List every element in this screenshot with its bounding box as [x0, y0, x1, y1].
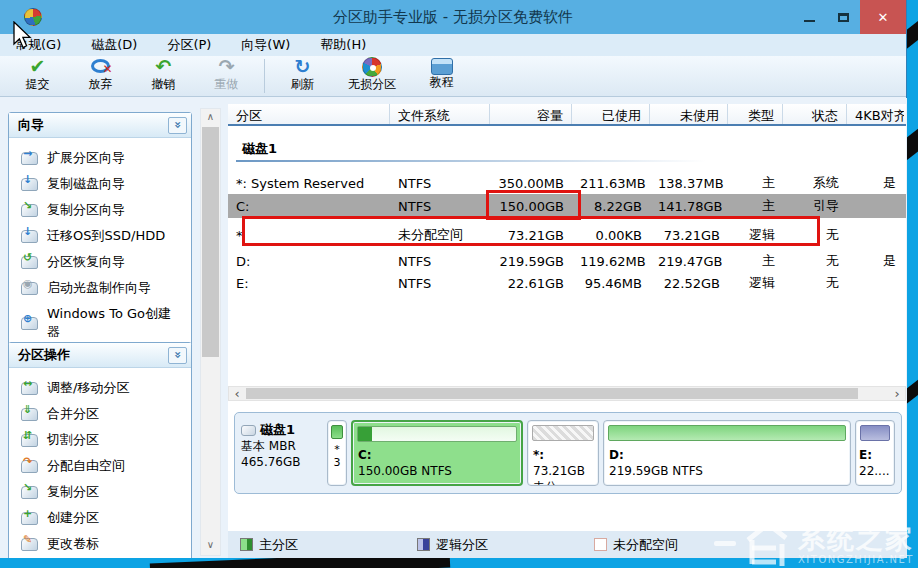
- watermark-site: XITONGZHIJIA.NET: [798, 554, 914, 565]
- partition-recovery-icon: ↺: [21, 256, 38, 269]
- sidebar-item-set-active-partition[interactable]: ✔设置活动分区: [9, 557, 191, 558]
- discard-button[interactable]: ✕ 放弃: [69, 56, 132, 96]
- table-horizontal-scrollbar[interactable]: ‹ ›: [228, 386, 906, 401]
- column-header-used[interactable]: 已使用: [572, 104, 650, 124]
- disk-view-pane: 磁盘1 基本 MBR 465.76GB * 3 C: 150.00GB NTFS…: [228, 408, 906, 530]
- chevron-up-icon: »: [172, 351, 182, 359]
- close-button[interactable]: ✕: [860, 0, 906, 34]
- column-header-type[interactable]: 类型: [728, 104, 783, 124]
- sidebar-item-allocate-free-space[interactable]: ↷分配自由空间: [9, 453, 191, 479]
- pane-splitter[interactable]: •••••: [228, 401, 906, 408]
- refresh-label: 刷新: [291, 77, 315, 91]
- column-header-4kb-aligned[interactable]: 4KB对齐: [847, 104, 904, 124]
- unallocated-swatch-icon: [594, 538, 607, 551]
- sidebar-item-merge-partition[interactable]: ⇓合并分区: [9, 401, 191, 427]
- sidebar-item-copy-partition-wizard[interactable]: ↘复制分区向导: [9, 197, 191, 223]
- disk-size: 465.76GB: [241, 454, 323, 470]
- refresh-button[interactable]: ↻ 刷新: [271, 56, 334, 96]
- disk-info[interactable]: 磁盘1 基本 MBR 465.76GB: [241, 420, 323, 486]
- tutorial-button[interactable]: 教程: [410, 56, 473, 96]
- operations-panel-header[interactable]: 分区操作 »: [9, 343, 191, 368]
- disk-type: 基本 MBR: [241, 438, 323, 454]
- disk-block-system-reserved[interactable]: * 3: [327, 420, 347, 486]
- copy-partition-icon: ↘: [21, 204, 38, 217]
- primary-swatch-icon: [240, 538, 253, 551]
- watermark-name: 系统之家: [798, 524, 914, 554]
- watermark-text: 系统之家 XITONGZHIJIA.NET: [798, 524, 914, 568]
- extend-partition-icon: →: [21, 152, 38, 165]
- table-row-e[interactable]: E:NTFS22.61GB95.46MB22.52GB逻辑无: [228, 272, 906, 294]
- minimize-button[interactable]: [792, 0, 826, 34]
- redo-button[interactable]: ↷ 重做: [195, 56, 258, 96]
- partition-table: 分区 文件系统 容量 已使用 未使用 类型 状态 4KB对齐 磁盘1 *: Sy…: [228, 104, 906, 396]
- sidebar-item-copy-partition[interactable]: ↘复制分区: [9, 479, 191, 505]
- sidebar-item-split-partition[interactable]: ⇵切割分区: [9, 427, 191, 453]
- column-header-filesystem[interactable]: 文件系统: [390, 104, 490, 124]
- menu-wizard[interactable]: 向导(W): [226, 34, 305, 56]
- redo-label: 重做: [215, 77, 239, 91]
- disk-block-c-selected[interactable]: C: 150.00GB NTFS: [351, 420, 523, 486]
- merge-partition-icon: ⇓: [21, 408, 38, 421]
- horizontal-scrollbar-thumb[interactable]: [246, 388, 858, 399]
- undo-icon: ↶: [156, 56, 172, 77]
- disk-group-underline: [236, 160, 706, 162]
- column-header-unused[interactable]: 未使用: [650, 104, 728, 124]
- desktop: { "window": { "title": "分区助手专业版 - 无损分区免费…: [0, 0, 918, 568]
- discard-label: 放弃: [89, 77, 113, 91]
- main-content: 向导 » →扩展分区向导 ↓复制磁盘向导 ↘复制分区向导 ↓迁移OS到SSD/H…: [0, 98, 907, 558]
- scroll-left-icon[interactable]: ‹: [229, 386, 245, 401]
- sidebar-item-extend-partition-wizard[interactable]: →扩展分区向导: [9, 145, 191, 171]
- tutorial-box-icon: [431, 58, 453, 75]
- column-header-partition[interactable]: 分区: [228, 104, 390, 124]
- sidebar-item-create-partition[interactable]: +创建分区: [9, 505, 191, 531]
- scroll-up-icon[interactable]: ∧: [201, 109, 220, 125]
- commit-button[interactable]: ✔ 提交: [6, 56, 69, 96]
- pinwheel-icon: [362, 57, 382, 77]
- minimize-icon: [804, 20, 815, 22]
- disk-block-d[interactable]: D: 219.59GB NTFS: [603, 420, 851, 486]
- scrollbar-thumb[interactable]: [202, 127, 219, 357]
- maximize-icon: [838, 13, 849, 22]
- discard-icon: ✕: [89, 56, 113, 77]
- lossless-partition-button[interactable]: 无损分区: [334, 56, 410, 96]
- undo-button[interactable]: ↶ 撤销: [132, 56, 195, 96]
- sidebar-item-copy-disk-wizard[interactable]: ↓复制磁盘向导: [9, 171, 191, 197]
- window-controls: ✕: [792, 0, 906, 34]
- operations-list: ↔调整/移动分区 ⇓合并分区 ⇵切割分区 ↷分配自由空间 ↘复制分区 +创建分区…: [9, 368, 191, 558]
- operations-panel-title: 分区操作: [18, 346, 70, 364]
- disk-block-unallocated[interactable]: *: 73.21GB 未分...: [527, 420, 599, 486]
- sidebar-item-migrate-os[interactable]: ↓迁移OS到SSD/HDD: [9, 223, 191, 249]
- column-header-capacity[interactable]: 容量: [490, 104, 572, 124]
- usage-bar: [357, 426, 517, 442]
- toolbar: ✔ 提交 ✕ 放弃 ↶ 撤销 ↷ 重做 ↻ 刷新 无损分区 教程: [0, 56, 906, 97]
- column-header-status[interactable]: 状态: [783, 104, 847, 124]
- sidebar-item-bootable-cd-wizard[interactable]: ◉启动光盘制作向导: [9, 275, 191, 301]
- sidebar-item-change-label[interactable]: ✎更改卷标: [9, 531, 191, 557]
- collapse-panel-button[interactable]: »: [168, 117, 187, 134]
- wizards-panel-title: 向导: [18, 116, 44, 134]
- wizards-list: →扩展分区向导 ↓复制磁盘向导 ↘复制分区向导 ↓迁移OS到SSD/HDD ↺分…: [9, 138, 191, 351]
- scroll-down-icon[interactable]: ∨: [201, 537, 220, 553]
- windows-to-go-icon: ⊕: [21, 317, 38, 330]
- menu-partition[interactable]: 分区(P): [152, 34, 226, 56]
- menu-general[interactable]: 常规(G): [0, 34, 76, 56]
- collapse-panel-button[interactable]: »: [168, 347, 187, 364]
- disk-icon: [241, 425, 256, 436]
- scroll-right-icon[interactable]: ›: [889, 386, 905, 401]
- create-partition-icon: +: [21, 512, 38, 525]
- menu-help[interactable]: 帮助(H): [305, 34, 381, 56]
- check-icon: ✔: [30, 56, 46, 77]
- title-bar[interactable]: 分区助手专业版 - 无损分区免费软件 ✕: [0, 0, 906, 34]
- wizards-panel-header[interactable]: 向导 »: [9, 113, 191, 138]
- sidebar-item-partition-recovery-wizard[interactable]: ↺分区恢复向导: [9, 249, 191, 275]
- sidebar-item-windows-to-go[interactable]: ⊕Windows To Go创建器: [9, 301, 191, 345]
- logical-swatch-icon: [417, 538, 430, 551]
- sidebar-item-resize-move-partition[interactable]: ↔调整/移动分区: [9, 375, 191, 401]
- menu-disk[interactable]: 磁盘(D): [76, 34, 152, 56]
- table-row-d[interactable]: D:NTFS219.59GB119.62MB219.47GB主无是: [228, 250, 906, 272]
- usage-bar: [608, 425, 846, 441]
- maximize-button[interactable]: [826, 0, 860, 34]
- disk-block-e[interactable]: E: 22....: [855, 420, 895, 486]
- disk1-panel: 磁盘1 基本 MBR 465.76GB * 3 C: 150.00GB NTFS…: [234, 412, 902, 494]
- sidebar-scrollbar[interactable]: ∧ ∨: [200, 108, 221, 556]
